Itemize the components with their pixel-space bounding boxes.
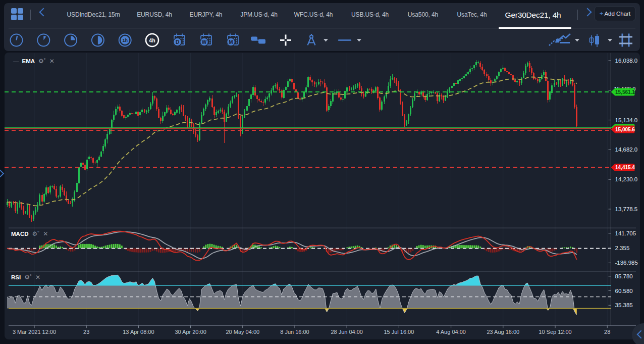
tick-chart-button[interactable] <box>251 37 265 44</box>
price-chart[interactable]: 16,038.015,586.015,134.014,682.014,230.0… <box>5 53 640 339</box>
candle-body <box>33 213 34 219</box>
candle-body <box>17 204 18 211</box>
macd-histogram-bar <box>297 249 299 252</box>
candle-body <box>88 157 90 159</box>
macd-histogram-bar <box>461 245 463 248</box>
candle-body <box>504 68 506 71</box>
candle-body <box>566 82 567 83</box>
crosshair-button[interactable] <box>280 35 291 46</box>
macd-remove-icon[interactable]: ✕ <box>43 230 48 237</box>
candle-body <box>197 135 198 140</box>
macd-settings-icon[interactable]: ⚙˚ <box>32 230 40 237</box>
candle-body <box>388 86 389 91</box>
candle-body <box>535 78 536 79</box>
candle-body <box>49 186 51 192</box>
drawing-tools-caret-icon[interactable] <box>324 39 328 42</box>
candle-body <box>293 83 295 90</box>
macd-histogram-bar <box>31 249 32 251</box>
candle-body <box>41 195 43 202</box>
candle-body <box>168 108 170 110</box>
apps-grid-icon[interactable] <box>11 8 24 21</box>
macd-histogram-bar <box>90 244 92 248</box>
timeframe-1m-button[interactable] <box>11 34 23 46</box>
candle-body <box>519 81 520 83</box>
rsi-remove-icon[interactable]: ✕ <box>35 274 40 281</box>
macd-histogram-bar <box>576 249 577 253</box>
candle-body <box>199 123 200 140</box>
macd-histogram-bar <box>279 247 280 249</box>
top-panel: USDIndDec21, 15mEURUSD, 4hEURJPY, 4hJPM.… <box>4 3 640 51</box>
candle-body <box>56 189 57 197</box>
candle-body <box>146 111 147 112</box>
candle-body <box>252 87 254 94</box>
candle-body <box>15 204 16 211</box>
candle-body <box>98 157 100 160</box>
candle-body <box>543 72 545 75</box>
candle-body <box>269 93 270 97</box>
candle-body <box>523 73 524 78</box>
tab-ger30dec21[interactable]: Ger30Dec21, 4h <box>477 3 588 26</box>
time-axis[interactable]: 3 Mar 2021 12:002313 Apr 08:0030 Apr 20:… <box>13 325 610 335</box>
calendar-m-icon[interactable]: M <box>227 34 239 46</box>
candle-body <box>27 207 28 213</box>
calendar-letter: M <box>229 39 233 45</box>
macd-histogram-bar <box>475 245 477 249</box>
drawing-tools-button[interactable] <box>308 34 315 45</box>
trendline-caret-icon[interactable] <box>357 39 361 42</box>
ema-label-text: EMA <box>22 58 35 64</box>
chart-style-caret-icon[interactable] <box>608 39 612 42</box>
rsi-axis-label: 85.780 <box>615 273 633 279</box>
time-axis-label: 28 <box>604 329 610 335</box>
macd-histogram-bar <box>564 248 565 249</box>
macd-histogram-bar <box>195 249 196 253</box>
timeframe-1h-button[interactable]: 1h <box>119 34 131 46</box>
candle-body <box>568 82 569 83</box>
candle-body <box>43 194 45 201</box>
rsi-oversold-fill <box>7 308 577 315</box>
timeframe-30m-button[interactable] <box>92 34 104 46</box>
timeframe-4h-button[interactable]: 4h <box>146 34 158 46</box>
candle-body <box>246 106 248 111</box>
macd-histogram-bar <box>144 249 145 253</box>
macd-histogram-bar <box>457 245 459 248</box>
candle-body <box>516 81 518 82</box>
macd-histogram-bar <box>148 249 149 253</box>
grid-button[interactable] <box>619 34 632 47</box>
candle-body <box>115 109 117 115</box>
candle-body <box>258 99 260 101</box>
calendar-w-icon[interactable]: W <box>200 34 212 46</box>
candle-body <box>139 112 141 115</box>
macd-histogram-bar <box>469 245 471 248</box>
candle-body <box>496 76 498 79</box>
candle-body <box>275 85 276 86</box>
indicator-label-macd: MACD ⚙˚ ✕ <box>11 230 48 237</box>
macd-histogram-bar <box>150 249 151 252</box>
candle-body <box>398 83 399 90</box>
macd-histogram-bar <box>193 249 194 253</box>
add-chart-button[interactable]: +Add Chart <box>595 6 635 21</box>
macd-histogram-bar <box>139 249 141 253</box>
rsi-axis-label: 35.385 <box>615 302 633 308</box>
candle-body <box>203 109 204 115</box>
timeframe-5m-button[interactable] <box>37 34 49 46</box>
timeframe-15m-button[interactable] <box>65 34 77 46</box>
candle-body <box>318 82 319 84</box>
chart-panel[interactable]: 16,038.015,586.015,134.014,682.014,230.0… <box>5 53 640 339</box>
calendar-d-icon[interactable]: D <box>174 34 185 46</box>
candle-body <box>137 112 139 116</box>
rsi-settings-icon[interactable]: ⚙˚ <box>24 274 32 281</box>
ema-remove-icon[interactable]: ✕ <box>49 58 55 65</box>
candle-body <box>363 94 364 96</box>
candle-body <box>236 95 237 96</box>
macd-histogram-bar <box>68 249 69 251</box>
macd-histogram-bar <box>551 249 553 252</box>
candle-body <box>60 186 61 196</box>
macd-histogram-bar <box>199 249 200 252</box>
chart-style-button[interactable] <box>590 34 600 47</box>
indicators-button[interactable] <box>549 34 570 45</box>
ema-settings-icon[interactable]: ⚙˚ <box>38 58 46 65</box>
indicators-caret-icon[interactable] <box>575 39 579 42</box>
candle-body <box>570 78 571 83</box>
candle-body <box>396 80 397 84</box>
candle-body <box>418 92 420 94</box>
